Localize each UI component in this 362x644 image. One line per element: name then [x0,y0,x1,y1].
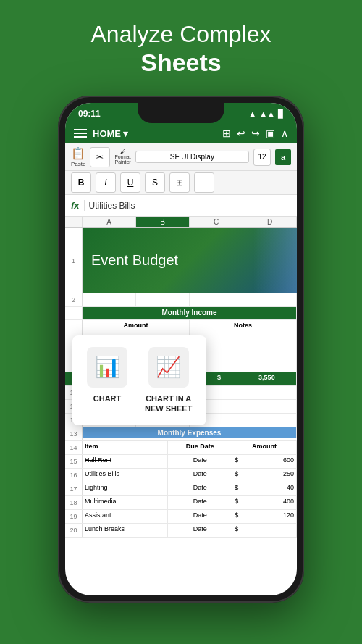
column-headers: A B C D [65,217,297,228]
redo-icon[interactable]: ↪ [251,127,260,139]
row-num-13: 13 [65,427,83,440]
home-menu[interactable]: HOME ▾ [93,128,128,139]
exp-20-amount[interactable] [261,524,297,537]
exp-18-amount[interactable]: 400 [261,496,297,509]
cell-2d[interactable] [243,293,297,306]
phone-frame: 09:11 ▲ ▲▲ ▊ HOME ▾ [58,96,304,603]
row-num-20: 20 [65,524,83,537]
income-col-notes: Notes [190,320,297,333]
dropdown-arrow: ▾ [123,128,128,139]
underline-button[interactable]: U [120,172,140,193]
exp-20-item[interactable]: Lunch Breaks [83,524,168,537]
col-header-c[interactable]: C [190,217,243,227]
row-num-2: 2 [65,293,83,306]
col-header-d[interactable]: D [243,217,297,227]
paste-label: Paste [71,161,85,167]
col-header-b[interactable]: B [136,217,190,227]
chart-new-sheet-icon-box: 📈 [148,347,189,388]
chart-new-sheet-icon: 📈 [156,355,181,379]
font-size[interactable]: 12 [253,149,271,166]
home-label-text: HOME [93,128,121,139]
format-bar-2: B I U S ⊞ — [65,171,297,195]
exp-15-date[interactable]: Date [168,455,232,468]
banner-row: 1 Event Budget [65,228,297,293]
total-dollar: $ [201,372,237,385]
chart-icon: 📊 [95,355,120,379]
grid-icon[interactable]: ⊞ [222,127,231,139]
cell-2a[interactable] [83,293,136,306]
exp-20-dollar[interactable]: $ [232,524,261,537]
wifi-icon: ▲ [248,109,256,118]
exp-19-amount[interactable]: 120 [261,510,297,523]
exp-15-amount[interactable]: 600 [261,455,297,468]
banner-text: Event Budget [91,252,178,269]
expand-icon[interactable]: ∧ [281,127,288,139]
exp-col-date: Due Date [168,441,232,454]
az-icon: a [275,149,291,165]
font-selector[interactable]: SF UI Display [135,151,249,163]
border-button[interactable]: ⊞ [169,172,190,193]
exp-19-dollar[interactable]: $ [232,510,261,523]
exp-col-item: Item [83,441,168,454]
formula-bar: fx Utilities Bills [65,195,297,217]
undo-icon[interactable]: ↩ [237,127,245,139]
exp-row-18: 18 Multimedia Date $ 400 [65,496,297,510]
exp-row-16: 16 Utilities Bills Date $ 250 [65,469,297,482]
exp-17-item[interactable]: Lighting [83,482,168,495]
strikethrough-button[interactable]: S [145,172,165,193]
col-header-num [65,217,83,227]
exp-row-20: 20 Lunch Breaks Date $ [65,524,297,538]
highlight-button[interactable]: — [194,172,214,193]
italic-button[interactable]: I [96,172,116,193]
bold-button[interactable]: B [71,172,91,193]
paste-button[interactable]: 📋 Paste [71,146,85,167]
header-line2: Sheets [91,48,272,78]
exp-col-amount: Amount [232,441,297,454]
format-painter-label: FormatPainter [114,154,130,164]
chart-new-sheet-label: CHART IN ANEW SHEET [145,393,192,414]
exp-16-amount[interactable]: 250 [261,469,297,482]
exp-16-item[interactable]: Utilities Bills [83,469,168,482]
phone-mockup: 09:11 ▲ ▲▲ ▊ HOME ▾ [58,96,304,603]
exp-19-date[interactable]: Date [168,510,232,523]
row-num-8 [65,320,83,333]
row-num-16: 16 [65,469,83,482]
cell-2c[interactable] [190,293,243,306]
exp-20-date[interactable]: Date [168,524,232,537]
format-painter-button[interactable]: 🖌 FormatPainter [114,149,130,164]
cell-2b[interactable] [136,293,190,306]
row-num-7 [65,307,83,319]
income-col-headers: Amount Notes [65,320,297,333]
exp-17-amount[interactable]: 40 [261,482,297,495]
exp-18-dollar[interactable]: $ [232,496,261,509]
chart-new-sheet-button[interactable]: 📈 CHART IN ANEW SHEET [145,347,192,414]
status-time: 09:11 [78,109,101,119]
exp-row-15: 15 Hall Rent Date $ 600 [65,455,297,469]
exp-18-item[interactable]: Multimedia [83,496,168,509]
col-header-a[interactable]: A [83,217,136,227]
exp-15-item[interactable]: Hall Rent [83,455,168,468]
exp-16-dollar[interactable]: $ [232,469,261,482]
expenses-header-row: 13 Monthly Expenses [65,427,297,441]
row-num-1: 1 [65,228,83,293]
paste-icon: 📋 [71,146,85,160]
menu-icon[interactable] [74,129,87,138]
total-amount: 3,550 [237,372,297,385]
exp-16-date[interactable]: Date [168,469,232,482]
chart-button[interactable]: 📊 CHART [87,347,127,414]
row-2: 2 [65,293,297,307]
row-num-18: 18 [65,496,83,509]
layout-icon[interactable]: ▣ [266,127,275,139]
formula-content: Utilities Bills [89,201,135,211]
cut-button[interactable]: ✂ [90,147,110,167]
exp-18-date[interactable]: Date [168,496,232,509]
row-num-19: 19 [65,510,83,523]
exp-17-dollar[interactable]: $ [232,482,261,495]
exp-17-date[interactable]: Date [168,482,232,495]
toolbar-right: ⊞ ↩ ↪ ▣ ∧ [222,127,288,139]
exp-15-dollar[interactable]: $ [232,455,261,468]
chart-icon-box: 📊 [87,347,127,388]
format-bar-1: 📋 Paste ✂ 🖌 FormatPainter SF UI Display … [65,143,297,171]
exp-row-17: 17 Lighting Date $ 40 [65,482,297,496]
exp-19-item[interactable]: Assistant [83,510,168,523]
